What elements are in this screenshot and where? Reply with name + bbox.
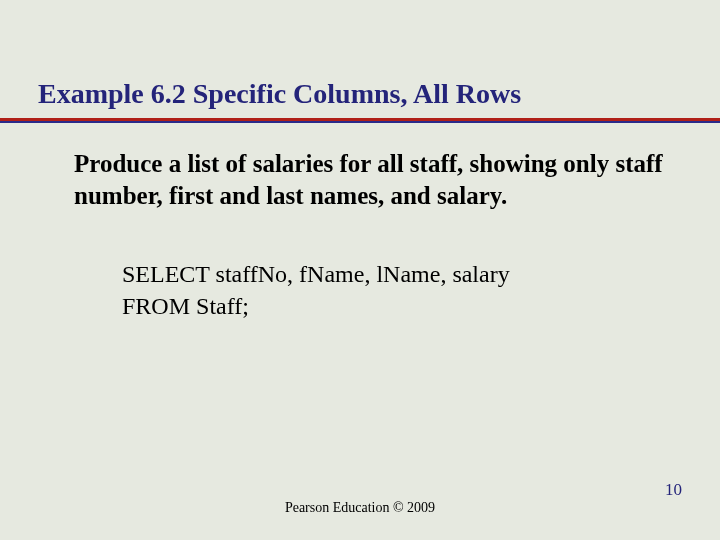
page-number: 10 xyxy=(665,480,682,500)
sql-line-2: FROM Staff; xyxy=(122,290,662,322)
footer-text: Pearson Education © 2009 xyxy=(0,500,720,516)
body-text: Produce a list of salaries for all staff… xyxy=(74,148,664,212)
sql-block: SELECT staffNo, fName, lName, salary FRO… xyxy=(122,258,662,323)
divider-blue xyxy=(0,121,720,123)
slide-title: Example 6.2 Specific Columns, All Rows xyxy=(38,78,521,110)
sql-line-1: SELECT staffNo, fName, lName, salary xyxy=(122,258,662,290)
slide: Example 6.2 Specific Columns, All Rows P… xyxy=(0,0,720,540)
